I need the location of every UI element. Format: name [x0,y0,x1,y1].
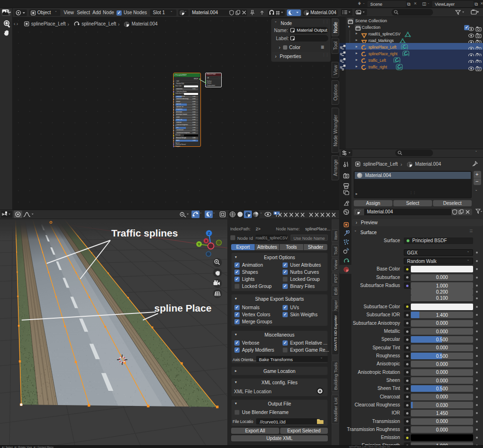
svg-text:Y: Y [198,242,200,246]
svg-text:Z: Z [208,231,210,236]
svg-text:X: X [205,239,208,243]
